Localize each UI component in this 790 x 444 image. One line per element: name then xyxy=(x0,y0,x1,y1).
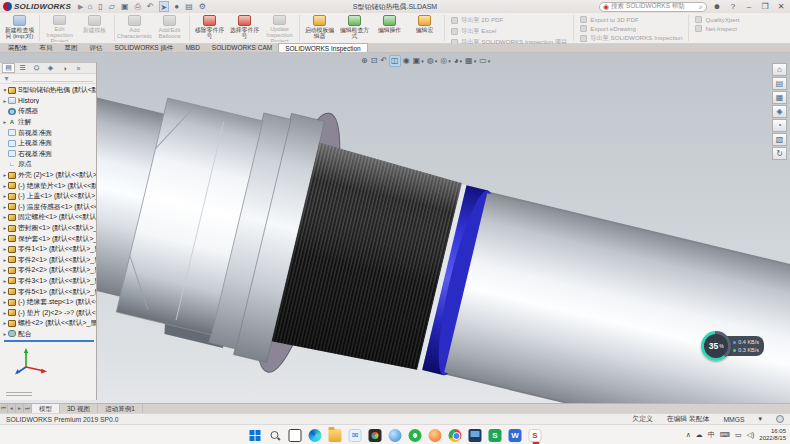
tree-item[interactable]: ▸固定螺栓<1> (默认<<默认>_显示 xyxy=(2,212,96,223)
tab-mbd[interactable]: MBD xyxy=(179,43,205,52)
volume-icon[interactable]: ◁) xyxy=(747,431,755,439)
panel-tab-more[interactable]: » xyxy=(72,65,85,72)
onedrive-icon[interactable]: ☁ xyxy=(696,431,703,439)
panel-tab-dimxpertmanager[interactable]: ◈ xyxy=(44,64,57,72)
tree-item[interactable]: ▸外壳 (2)<1> (默认<<默认>_显示状 xyxy=(2,170,96,181)
tree-item[interactable]: ▸(-) 垫片 (2)<2> ->? (默认<<默认> xyxy=(2,307,96,318)
new-file-icon[interactable]: ▯ xyxy=(97,1,103,12)
display-icon[interactable]: ▭ xyxy=(735,431,742,439)
tab-评估[interactable]: 评估 xyxy=(84,43,109,52)
edit-inspection-method-button[interactable]: 编辑检查方式 xyxy=(338,14,371,42)
tree-item[interactable]: ▸History xyxy=(2,96,96,107)
taskbar-chrome-icon[interactable] xyxy=(449,429,462,442)
tab-scroll-arrow-icon[interactable]: ▸ xyxy=(16,404,24,413)
zoom-fit-icon[interactable]: ⊕ xyxy=(360,55,369,67)
tab-solidworks-cam[interactable]: SOLIDWORKS CAM xyxy=(206,43,278,52)
graphics-area[interactable]: ⊕⊡↶◫◉▣▾◍▾◎▾◕▾▦▾▭▾ ⌂▤▦◈◔▧↻ 35% 0.4 KB/s 0… xyxy=(0,53,790,403)
tab-solidworks-插件[interactable]: SOLIDWORKS 插件 xyxy=(109,43,180,52)
tree-item[interactable]: ▸保护套<1> (默认<<默认>_显示状 xyxy=(2,233,96,244)
apply-scene-icon[interactable]: ▦▾ xyxy=(464,55,477,67)
zoom-area-icon[interactable]: ⊡ xyxy=(370,55,379,67)
edit-appearance-icon[interactable]: ◕▾ xyxy=(453,55,463,67)
tree-item[interactable]: 右视基准面 xyxy=(2,149,96,160)
taskbar-file-explorer-icon[interactable] xyxy=(329,429,342,442)
tree-item[interactable]: ▸配合 xyxy=(2,329,96,340)
tree-item[interactable]: 上视基准面 xyxy=(2,138,96,149)
tree-item[interactable]: ▸零件5<1> (默认<<默认>_显示状态 xyxy=(2,286,96,297)
search-icon[interactable]: ⌕ xyxy=(699,3,703,11)
user-icon[interactable]: ☻ xyxy=(711,2,723,11)
tray-clock[interactable]: 16:05 2022/8/15 xyxy=(759,428,786,442)
options-icon[interactable]: ⚙ xyxy=(198,1,207,12)
panel-tab-configurationmanager[interactable]: ⛭ xyxy=(30,64,43,72)
tree-item[interactable]: ▸(-) 温度传感器<1> (默认<<默认>_ xyxy=(2,202,96,213)
taskbar-app-s-icon[interactable]: S xyxy=(489,429,502,442)
open-icon[interactable]: ▱ xyxy=(108,1,116,12)
tab-布局[interactable]: 布局 xyxy=(34,43,59,52)
tree-item[interactable]: 传感器 xyxy=(2,106,96,117)
tree-item[interactable]: ▸零件3<1> (默认<<默认>_显示状态 xyxy=(2,276,96,287)
remove-balloons-button[interactable]: 移除零件序号 xyxy=(193,14,226,42)
edit-macro-button[interactable]: 编辑宏 xyxy=(408,14,441,42)
print-icon[interactable]: ⎙ xyxy=(133,1,141,12)
appearances-icon[interactable]: ◔ xyxy=(772,119,787,132)
file-explorer-icon[interactable]: ▦ xyxy=(772,91,787,104)
view-orientation-icon[interactable]: ▣▾ xyxy=(412,55,425,67)
taskbar-task-view-icon[interactable] xyxy=(289,429,302,442)
view-settings-icon[interactable]: ▭▾ xyxy=(478,55,491,67)
undo-icon[interactable]: ↶ xyxy=(146,1,155,12)
solidworks-forum-icon[interactable]: ↻ xyxy=(772,147,787,160)
taskbar-wps-icon[interactable]: W xyxy=(509,429,522,442)
launch-template-editor-button[interactable]: 启动模板编辑器 xyxy=(303,14,336,42)
tree-item[interactable]: ▸(-) 上盖<1> (默认<<默认>_显示状 xyxy=(2,191,96,202)
restore-button[interactable]: ❐ xyxy=(759,2,771,11)
rollback-bar[interactable] xyxy=(4,340,94,342)
taskbar-weather-icon[interactable] xyxy=(389,429,402,442)
tab-草图[interactable]: 草图 xyxy=(59,43,84,52)
select-icon[interactable]: ➤ xyxy=(159,1,170,12)
tree-item[interactable]: ▸(-) 绝缘套.step<1> (默认<<默认> xyxy=(2,297,96,308)
hide-show-items-icon[interactable]: ◎▾ xyxy=(439,55,452,67)
tree-item[interactable]: ▸螺栓<2> (默认<<默认>_显示状态 xyxy=(2,318,96,329)
home-icon[interactable]: ⌂ xyxy=(87,1,94,12)
tree-item[interactable]: ▸密封圈<1> (默认<<默认>_显示状 xyxy=(2,223,96,234)
performance-gauge-widget[interactable]: 35% 0.4 KB/s 0.3 KB/s xyxy=(701,331,764,361)
select-balloons-button[interactable]: 选择零件序号 xyxy=(228,14,261,42)
taskbar-start-icon[interactable] xyxy=(249,429,262,442)
panel-tab-displaymanager[interactable]: ◑ xyxy=(58,65,71,72)
rebuild-icon[interactable]: ● xyxy=(173,1,180,12)
tree-item[interactable]: 前视基准面 xyxy=(2,127,96,138)
design-library-icon[interactable]: ▤ xyxy=(772,77,787,90)
panel-tab-propertymanager[interactable]: ☰ xyxy=(16,64,29,72)
home-icon[interactable]: ⌂ xyxy=(772,63,787,76)
tree-root-assembly[interactable]: ▾ S型铂铑铂热电偶 (默认<默认_显示状态-1 xyxy=(2,85,96,96)
taskbar-monitor-app-icon[interactable] xyxy=(469,429,482,442)
edit-operation-button[interactable]: 编辑操作 xyxy=(373,14,406,42)
tree-item[interactable]: ▸零件2<2> (默认<<默认>_显示状态 xyxy=(2,265,96,276)
bottom-tab-motion-study[interactable]: 运动算例1 xyxy=(98,404,143,413)
model-3d-thermocouple[interactable] xyxy=(0,53,790,403)
dynamic-annotation-icon[interactable]: ◉ xyxy=(402,55,411,67)
panel-resize-grip[interactable] xyxy=(6,392,32,398)
custom-properties-icon[interactable]: ▧ xyxy=(772,133,787,146)
tab-scroll-arrow-icon[interactable]: ◂ xyxy=(8,404,16,413)
bottom-tab-model[interactable]: 模型 xyxy=(32,404,60,413)
taskbar-photos-icon[interactable] xyxy=(369,429,382,442)
tree-item[interactable]: ▸A注解 xyxy=(2,117,96,128)
web-help-icon[interactable] xyxy=(776,415,784,423)
taskbar-app-orange-icon[interactable] xyxy=(429,429,442,442)
new-inspection-project-button[interactable]: 新建检查项目 (imp;对) xyxy=(3,14,36,42)
minimize-button[interactable]: – xyxy=(743,2,755,11)
tab-装配体[interactable]: 装配体 xyxy=(2,43,34,52)
previous-view-icon[interactable]: ↶ xyxy=(379,55,388,67)
file-properties-icon[interactable]: ▤ xyxy=(184,1,194,12)
tree-item[interactable]: ▸零件2<1> (默认<<默认>_显示状态 xyxy=(2,255,96,266)
section-view-icon[interactable]: ◫ xyxy=(389,55,401,67)
taskbar-solidworks-icon[interactable]: S xyxy=(529,429,542,442)
close-button[interactable]: ✕ xyxy=(775,2,787,11)
tree-item[interactable]: ▸(-) 绝缘垫片<1> (默认<<默认>_显 xyxy=(2,180,96,191)
taskbar-search-icon[interactable] xyxy=(269,429,282,442)
input-language-icon[interactable]: 中 xyxy=(708,430,715,440)
save-icon[interactable]: ▣ xyxy=(120,1,130,12)
tree-item[interactable]: ∟原点 xyxy=(2,159,96,170)
